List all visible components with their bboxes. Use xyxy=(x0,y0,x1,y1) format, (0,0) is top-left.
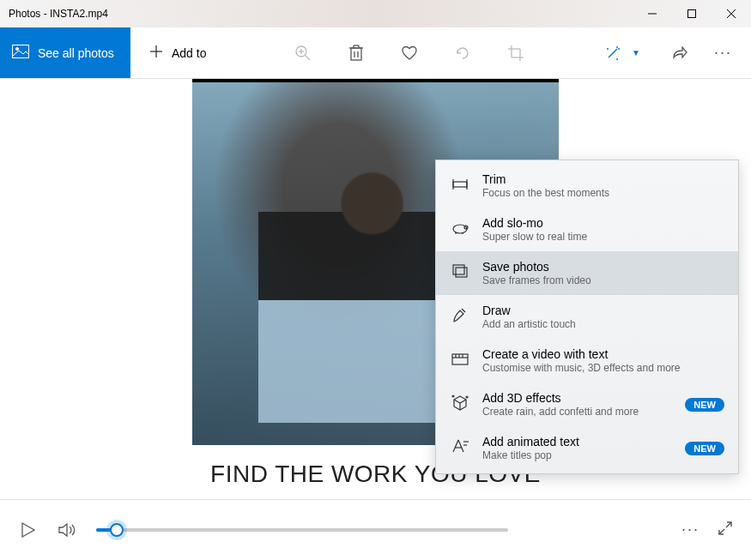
dropdown-item-video-text[interactable]: Create a video with textCustomise with m… xyxy=(436,339,738,382)
svg-marker-55 xyxy=(59,524,67,536)
svg-rect-35 xyxy=(456,268,467,277)
turtle-icon xyxy=(450,218,470,238)
film-icon xyxy=(450,349,470,370)
svg-marker-54 xyxy=(22,523,34,537)
pen-icon xyxy=(450,305,470,326)
dropdown-item-draw[interactable]: DrawAdd an artistic touch xyxy=(436,295,738,339)
dropdown-item-save-photos[interactable]: Save photosSave frames from video xyxy=(436,251,738,295)
zoom-button[interactable] xyxy=(293,43,313,63)
svg-rect-12 xyxy=(351,48,361,60)
volume-button[interactable] xyxy=(57,519,79,541)
svg-line-57 xyxy=(726,522,731,527)
svg-line-45 xyxy=(460,400,466,403)
tool-group xyxy=(225,43,594,63)
rotate-button[interactable] xyxy=(452,43,473,63)
svg-line-50 xyxy=(458,440,463,452)
fullscreen-button[interactable] xyxy=(717,520,734,540)
svg-line-23 xyxy=(609,49,617,57)
plus-icon xyxy=(149,45,163,61)
window-title: Photos - INSTA2.mp4 xyxy=(0,8,633,20)
dropdown-item-animated-text[interactable]: Add animated textMake titles pop NEW xyxy=(436,426,738,470)
svg-line-56 xyxy=(719,529,724,534)
more-button[interactable]: ··· xyxy=(714,44,732,62)
playback-more-button[interactable]: ··· xyxy=(681,521,700,539)
chevron-down-icon: ▼ xyxy=(632,48,640,57)
share-button[interactable] xyxy=(669,43,690,63)
svg-line-49 xyxy=(453,440,458,452)
dropdown-item-3d-effects[interactable]: Add 3D effectsCreate rain, add confetti … xyxy=(436,382,738,426)
seek-slider[interactable] xyxy=(96,528,508,532)
svg-line-9 xyxy=(306,56,310,60)
see-all-photos-button[interactable]: See all photos xyxy=(0,27,130,78)
title-bar: Photos - INSTA2.mp4 xyxy=(0,0,751,27)
svg-rect-28 xyxy=(453,182,467,187)
favorite-button[interactable] xyxy=(399,43,420,63)
close-button[interactable] xyxy=(712,0,751,27)
toolbar: See all photos Add to ▼ ··· xyxy=(0,27,751,79)
add-to-button[interactable]: Add to xyxy=(130,27,225,78)
magic-wand-icon xyxy=(604,45,621,62)
cube-icon xyxy=(450,393,470,413)
svg-point-48 xyxy=(466,396,468,398)
play-button[interactable] xyxy=(17,519,39,541)
text-icon xyxy=(450,437,470,457)
playback-controls: ··· xyxy=(0,499,751,559)
new-badge: NEW xyxy=(685,398,724,412)
crop-button[interactable] xyxy=(506,43,526,63)
right-tools: ··· xyxy=(651,43,751,63)
see-all-label: See all photos xyxy=(38,46,114,60)
svg-line-44 xyxy=(454,400,460,403)
svg-point-47 xyxy=(452,395,454,397)
delete-button[interactable] xyxy=(346,43,366,63)
svg-rect-36 xyxy=(453,265,464,274)
frames-icon xyxy=(450,262,470,282)
add-to-label: Add to xyxy=(172,46,206,60)
dropdown-item-slomo[interactable]: Add slo-moSuper slow to real time xyxy=(436,208,738,251)
minimize-button[interactable] xyxy=(633,0,672,27)
content-area: FIND THE WORK YOU LOVE TrimFocus on the … xyxy=(0,79,751,499)
new-badge: NEW xyxy=(685,442,724,455)
photo-icon xyxy=(12,45,29,61)
svg-line-37 xyxy=(462,309,465,312)
seek-thumb[interactable] xyxy=(110,523,124,537)
svg-point-5 xyxy=(16,48,19,51)
maximize-button[interactable] xyxy=(672,0,712,27)
svg-rect-38 xyxy=(452,354,468,364)
trim-icon xyxy=(450,174,470,195)
edit-dropdown: TrimFocus on the best moments Add slo-mo… xyxy=(435,160,739,474)
svg-rect-1 xyxy=(688,10,696,18)
edit-create-button[interactable]: ▼ xyxy=(594,27,651,78)
dropdown-item-trim[interactable]: TrimFocus on the best moments xyxy=(436,164,738,208)
